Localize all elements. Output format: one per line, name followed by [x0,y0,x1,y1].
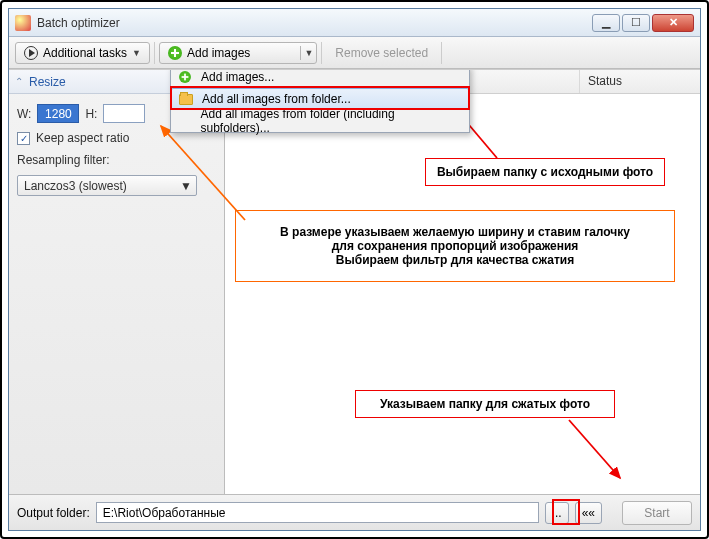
titlebar: Batch optimizer [9,9,700,37]
add-images-dropdown-arrow[interactable]: ▼ [300,46,316,60]
menu-add-folder-sub[interactable]: Add all images from folder (including su… [171,110,469,132]
add-images-label: Add images [187,46,250,60]
main-area: Status Add images... Add all images from… [225,70,700,494]
browse-button[interactable]: ... [545,502,569,524]
height-label: H: [85,107,97,121]
back-button[interactable]: «« [575,502,602,524]
column-status[interactable]: Status [580,70,700,93]
content: ⌃ Resize W: H: ✓ Keep aspect ratio Resam… [9,69,700,494]
divider [321,42,322,64]
width-input[interactable] [37,104,79,123]
aspect-row: ✓ Keep aspect ratio [17,131,216,145]
svg-line-2 [569,420,620,478]
folder-icon [178,94,194,105]
annotation-text-2a: В размере указываем желаемую ширину и ст… [252,225,658,239]
close-button[interactable] [652,14,694,32]
menu-add-folder-sub-label: Add all images from folder (including su… [201,107,460,135]
annotation-box-2: В размере указываем желаемую ширину и ст… [235,210,675,282]
filter-select[interactable]: Lanczos3 (slowest) ▼ [17,175,197,196]
sidebar: ⌃ Resize W: H: ✓ Keep aspect ratio Resam… [9,70,225,494]
maximize-button[interactable] [622,14,650,32]
menu-add-images-label: Add images... [201,70,274,84]
annotation-box-3: Указываем папку для сжатых фото [355,390,615,418]
output-folder-label: Output folder: [17,506,90,520]
collapse-icon: ⌃ [15,76,23,87]
toolbar: Additional tasks ▼ Add images ▼ Remove s… [9,37,700,69]
annotation-text-1: Выбираем папку с исходными фото [437,165,653,179]
additional-tasks-button[interactable]: Additional tasks ▼ [15,42,150,64]
annotation-text-3: Указываем папку для сжатых фото [380,397,590,411]
window-controls [592,14,694,32]
divider [154,42,155,64]
additional-tasks-label: Additional tasks [43,46,127,60]
keep-aspect-label: Keep aspect ratio [36,131,129,145]
chevron-down-icon: ▼ [180,179,192,193]
add-images-button[interactable]: Add images ▼ [159,42,317,64]
height-input[interactable] [103,104,145,123]
annotation-arrow-3 [565,416,635,486]
width-label: W: [17,107,31,121]
divider [441,42,442,64]
chevron-down-icon: ▼ [132,48,141,58]
plus-icon [177,70,193,84]
minimize-button[interactable] [592,14,620,32]
annotation-text-2b: для сохранения пропорций изображения [252,239,658,253]
play-icon [24,46,38,60]
annotation-text-2c: Выбираем фильтр для качества сжатия [252,253,658,267]
menu-add-folder-label: Add all images from folder... [202,92,351,106]
plus-icon [168,46,182,60]
app-window: Batch optimizer Additional tasks ▼ Add i… [8,8,701,531]
start-button[interactable]: Start [622,501,692,525]
remove-selected-button[interactable]: Remove selected [326,42,437,64]
filter-label: Resampling filter: [17,153,216,167]
annotation-box-1: Выбираем папку с исходными фото [425,158,665,186]
app-icon [15,15,31,31]
keep-aspect-checkbox[interactable]: ✓ [17,132,30,145]
bottombar: Output folder: ... «« Start [9,494,700,530]
remove-selected-label: Remove selected [335,46,428,60]
resize-header-label: Resize [29,75,66,89]
filter-value: Lanczos3 (slowest) [24,179,127,193]
window-title: Batch optimizer [37,16,592,30]
add-images-menu: Add images... Add all images from folder… [170,69,470,133]
menu-add-images[interactable]: Add images... [171,69,469,88]
output-folder-input[interactable] [96,502,539,523]
